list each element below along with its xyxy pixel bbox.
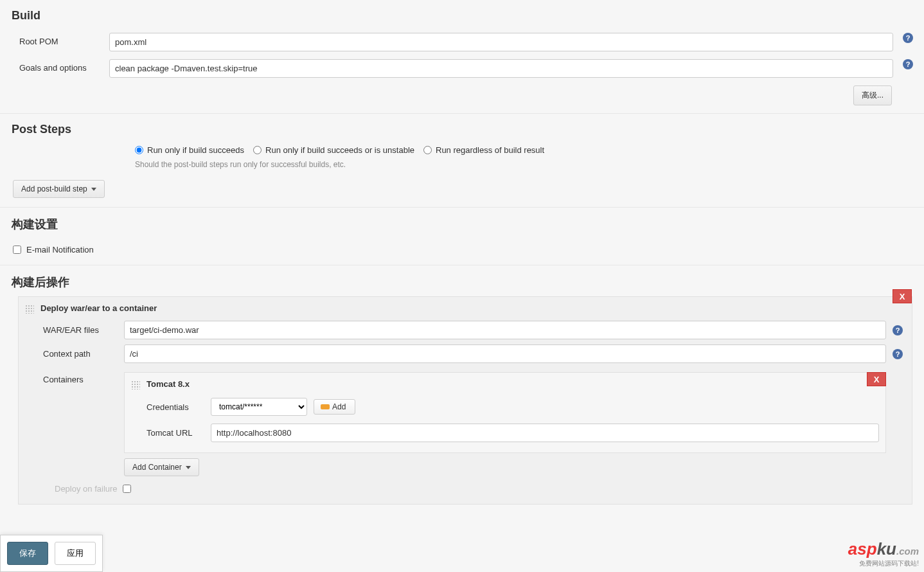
bottom-action-bar: 保存 应用 xyxy=(0,535,103,562)
section-title-build-settings: 构建设置 xyxy=(6,208,918,238)
root-pom-input[interactable] xyxy=(109,33,893,51)
deploy-on-failure-label: Deploy on failure xyxy=(55,484,118,494)
button-label: Add xyxy=(332,402,346,411)
radio-label: Run regardless of build result xyxy=(436,145,544,155)
radio-input[interactable] xyxy=(253,146,262,154)
chevron-down-icon xyxy=(186,466,191,469)
context-path-input[interactable] xyxy=(124,344,886,363)
watermark-brand-b: ku xyxy=(877,539,896,559)
watermark-tag: 免费网站源码下载站! xyxy=(848,559,919,562)
radio-run-if-succeeds-or-unstable[interactable]: Run only if build succeeds or is unstabl… xyxy=(253,145,414,155)
watermark: aspku.com 免费网站源码下载站! xyxy=(848,539,919,562)
credentials-label: Credentials xyxy=(147,402,204,412)
credentials-select[interactable]: tomcat/****** xyxy=(211,398,307,416)
deploy-on-failure-checkbox[interactable] xyxy=(123,485,131,493)
button-label: Add Container xyxy=(132,463,182,472)
radio-input[interactable] xyxy=(135,146,143,154)
radio-label: Run only if build succeeds or is unstabl… xyxy=(265,145,414,155)
tomcat-container-block: X Tomcat 8.x Credentials tomcat/****** A… xyxy=(124,372,886,453)
radio-label: Run only if build succeeds xyxy=(147,145,244,155)
deploy-title: Deploy war/ear to a container xyxy=(40,303,905,318)
add-credentials-button[interactable]: Add xyxy=(314,399,355,415)
help-icon[interactable]: ? xyxy=(903,33,913,43)
add-container-button[interactable]: Add Container xyxy=(124,458,199,476)
section-title-post-build-actions: 构建后操作 xyxy=(6,265,918,296)
watermark-brand-c: .com xyxy=(896,546,919,557)
tomcat-url-label: Tomcat URL xyxy=(147,428,204,438)
container-title: Tomcat 8.x xyxy=(147,379,879,394)
war-files-label: WAR/EAR files xyxy=(40,325,124,335)
remove-container-button[interactable]: X xyxy=(867,372,886,386)
key-icon xyxy=(321,404,330,409)
tomcat-url-input[interactable] xyxy=(211,424,879,442)
radio-run-regardless[interactable]: Run regardless of build result xyxy=(423,145,544,155)
radio-input[interactable] xyxy=(423,146,432,154)
chevron-down-icon xyxy=(91,188,96,191)
apply-button[interactable]: 应用 xyxy=(55,542,96,562)
war-files-input[interactable] xyxy=(124,321,886,339)
radio-run-if-succeeds[interactable]: Run only if build succeeds xyxy=(135,145,244,155)
help-icon[interactable]: ? xyxy=(893,349,903,359)
goals-label: Goals and options xyxy=(6,59,109,73)
save-button[interactable]: 保存 xyxy=(7,542,48,562)
context-path-label: Context path xyxy=(40,349,124,359)
goals-input[interactable] xyxy=(109,59,893,78)
help-icon[interactable]: ? xyxy=(903,59,913,69)
root-pom-label: Root POM xyxy=(6,33,109,46)
help-icon[interactable]: ? xyxy=(893,325,903,335)
deploy-publisher-block: X Deploy war/ear to a container WAR/EAR … xyxy=(18,296,912,505)
remove-publisher-button[interactable]: X xyxy=(893,289,912,303)
watermark-brand-a: asp xyxy=(848,539,877,559)
drag-handle-icon[interactable] xyxy=(131,380,140,389)
email-notification-label: E-mail Notification xyxy=(26,245,94,255)
add-post-build-step-button[interactable]: Add post-build step xyxy=(13,180,105,198)
post-steps-hint: Should the post-build steps run only for… xyxy=(6,157,918,177)
drag-handle-icon[interactable] xyxy=(25,305,34,314)
button-label: Add post-build step xyxy=(21,184,87,193)
section-title-build: Build xyxy=(6,0,918,29)
email-notification-checkbox[interactable] xyxy=(13,246,21,254)
advanced-button[interactable]: 高级... xyxy=(853,85,892,105)
containers-label: Containers xyxy=(40,368,124,384)
section-title-post-steps: Post Steps xyxy=(6,114,918,143)
